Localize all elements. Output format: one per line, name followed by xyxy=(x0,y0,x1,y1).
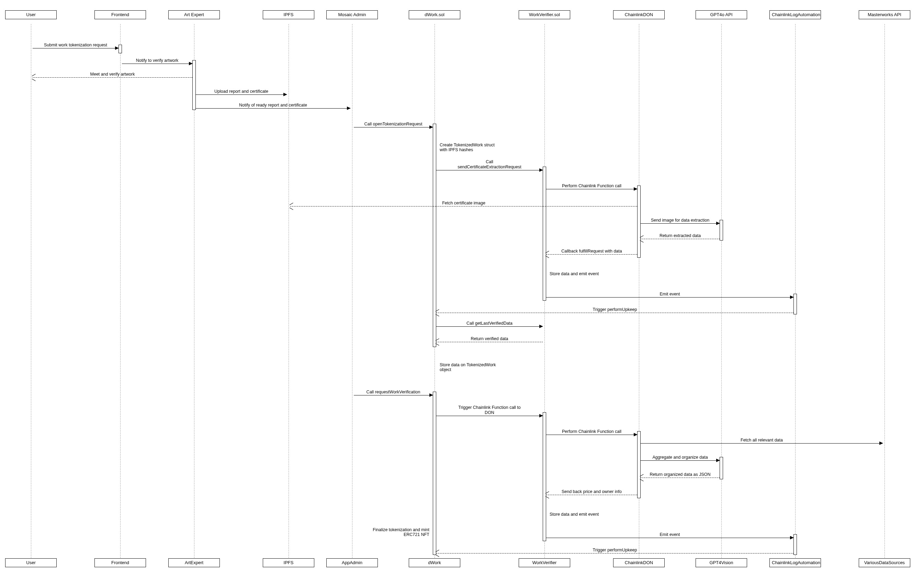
actor-artexpert-bottom: ArtExpert xyxy=(168,558,220,567)
actor-verifier-top: WorkVerifier.sol xyxy=(519,10,570,19)
message-label: Send back price and owner info xyxy=(558,489,626,494)
actor-masterworks-top: Masterworks API xyxy=(859,10,910,19)
activation-don xyxy=(637,431,640,498)
activation-frontend xyxy=(119,45,122,53)
actor-gpt-bottom: GPT4Vision xyxy=(696,558,747,567)
actor-gpt-top: GPT4o API xyxy=(696,10,747,19)
message-10: Return extracted data xyxy=(640,239,719,239)
actor-verifier-bottom: WorkVerifier xyxy=(519,558,570,567)
actor-frontend-top: Frontend xyxy=(94,10,146,19)
arrow-left-icon xyxy=(436,551,440,555)
activation-verifier xyxy=(543,167,546,301)
message-16: Call requestWorkVerification xyxy=(354,395,433,395)
arrow-right-icon xyxy=(716,222,720,225)
actor-don-bottom: ChainlinkDON xyxy=(613,558,665,567)
lifeline-frontend xyxy=(120,24,120,558)
arrow-right-icon xyxy=(790,536,794,539)
message-label: Call getLastVerifiedData xyxy=(455,321,524,326)
message-21: Return organized data as JSON xyxy=(640,478,719,478)
message-13: Trigger performUpkeep xyxy=(436,312,794,313)
message-label: Return extracted data xyxy=(646,233,714,238)
arrow-left-icon xyxy=(640,237,644,241)
arrow-left-icon xyxy=(546,493,549,497)
activation-artexpert xyxy=(192,60,196,110)
arrow-right-icon xyxy=(539,325,543,328)
arrow-right-icon xyxy=(429,126,433,129)
message-22: Send back price and owner info xyxy=(546,495,637,495)
message-label: Submit work tokenization request xyxy=(41,43,110,47)
lifeline-masterworks xyxy=(884,24,885,558)
message-7: Perform Chainlink Function call xyxy=(546,189,637,189)
message-label: Trigger Chainlink Function call to DON xyxy=(455,405,524,415)
arrow-left-icon xyxy=(546,252,549,256)
arrow-right-icon xyxy=(539,169,543,172)
actor-logauto-bottom: ChainlinkLogAutomation xyxy=(769,558,821,567)
message-24: Trigger performUpkeep xyxy=(436,553,794,554)
arrow-right-icon xyxy=(716,459,720,462)
arrow-right-icon xyxy=(879,441,883,445)
message-label: Return verified data xyxy=(455,336,524,341)
actor-ipfs-bottom: IPFS xyxy=(263,558,314,567)
message-label: Call sendCertificateExtractionRequest xyxy=(455,159,524,169)
actor-don-top: ChainlinkDON xyxy=(613,10,665,19)
message-label: Emit event xyxy=(635,532,704,537)
actor-user-top: User xyxy=(5,10,57,19)
message-8: Fetch certificate image xyxy=(290,206,637,207)
arrow-left-icon xyxy=(436,311,440,315)
message-11: Callback fulfillRequest with data xyxy=(546,254,637,255)
message-3: Upload report and certificate xyxy=(196,94,287,95)
actor-artexpert-top: Art Expert xyxy=(168,10,220,19)
activation-logauto xyxy=(794,534,797,555)
message-14: Call getLastVerifiedData xyxy=(436,326,543,327)
actor-dwork-top: dWork.sol xyxy=(409,10,460,19)
message-label: Perform Chainlink Function call xyxy=(558,429,626,434)
message-label: Send image for data extraction xyxy=(646,218,714,223)
lifeline-logauto xyxy=(795,24,795,558)
message-15: Return verified data xyxy=(436,342,543,342)
message-label: Call openTokenizationRequest xyxy=(359,122,427,126)
activation-verifier xyxy=(543,412,546,541)
actor-ipfs-top: IPFS xyxy=(263,10,314,19)
message-label: Trigger performUpkeep xyxy=(581,307,649,312)
actor-user-bottom: User xyxy=(5,558,57,567)
arrow-left-icon xyxy=(436,340,440,344)
message-17: Trigger Chainlink Function call to DON xyxy=(436,416,543,416)
self-note-0: Create TokenizedWork struct with IPFS ha… xyxy=(440,142,502,152)
arrow-left-icon xyxy=(640,476,644,479)
actor-dwork-bottom: dWork xyxy=(409,558,460,567)
actor-logauto-top: ChainlinkLogAutomation xyxy=(769,10,821,19)
message-label: Trigger performUpkeep xyxy=(581,548,649,552)
message-label: Notify of ready report and certificate xyxy=(239,103,307,107)
arrow-left-icon xyxy=(32,75,36,79)
message-2: Meet and verify artwork xyxy=(33,77,192,78)
message-20: Aggregate and organize data xyxy=(640,460,719,461)
activation-dwork xyxy=(433,392,436,555)
arrow-right-icon xyxy=(790,296,794,299)
message-label: Return organized data as JSON xyxy=(646,472,714,477)
message-6: Call sendCertificateExtractionRequest xyxy=(436,170,543,170)
sequence-diagram: UserUserFrontendFrontendArt ExpertArtExp… xyxy=(7,7,917,575)
message-5: Call openTokenizationRequest xyxy=(354,127,433,127)
message-9: Send image for data extraction xyxy=(640,223,719,224)
message-label: Aggregate and organize data xyxy=(646,455,714,460)
message-0: Submit work tokenization request xyxy=(33,48,119,48)
message-label: Call requestWorkVerification xyxy=(359,390,427,394)
message-label: Meet and verify artwork xyxy=(78,72,147,77)
activation-gpt xyxy=(719,457,723,479)
message-19: Fetch all relevant data xyxy=(640,443,883,443)
activation-logauto xyxy=(794,294,797,314)
arrow-right-icon xyxy=(347,106,351,110)
message-label: Callback fulfillRequest with data xyxy=(558,249,626,253)
message-4: Notify of ready report and certificate xyxy=(196,108,350,109)
actor-admin-top: Mosaic Admin xyxy=(326,10,378,19)
arrow-right-icon xyxy=(634,187,637,191)
self-note-3: Store data and emit event xyxy=(549,512,611,517)
message-18: Perform Chainlink Function call xyxy=(546,435,637,435)
message-label: Emit event xyxy=(635,292,704,296)
message-label: Fetch certificate image xyxy=(429,201,498,205)
arrow-right-icon xyxy=(539,414,543,417)
message-12: Emit event xyxy=(546,297,794,298)
arrow-left-icon xyxy=(290,204,294,208)
activation-gpt xyxy=(719,220,723,240)
message-label: Upload report and certificate xyxy=(207,89,276,94)
